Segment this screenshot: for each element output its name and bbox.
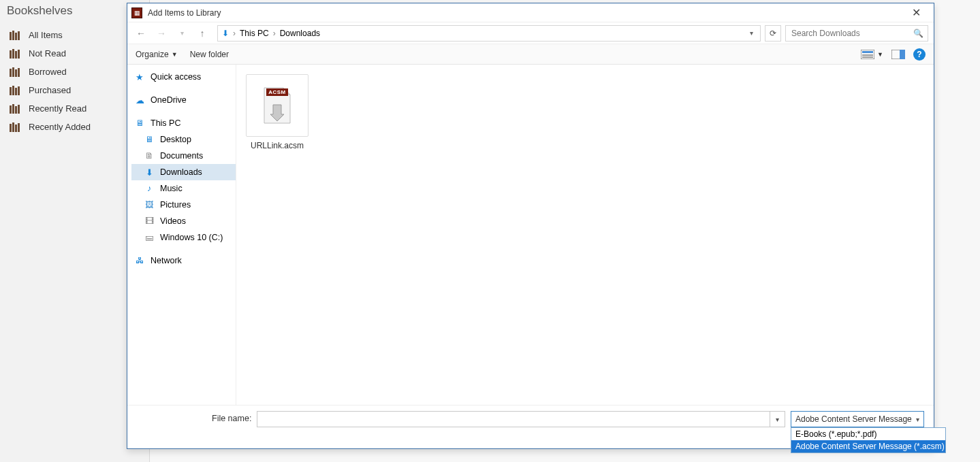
navpane-this-pc[interactable]: 🖥 This PC	[131, 115, 236, 131]
toolbar: Organize ▼ New folder ▼ ?	[127, 44, 934, 65]
navpane-label: Videos	[160, 216, 186, 226]
breadcrumb-dropdown-icon[interactable]: ▾	[747, 29, 756, 37]
filename-label: File name:	[212, 411, 251, 423]
svg-rect-0	[10, 32, 12, 40]
forward-button[interactable]: →	[153, 25, 170, 42]
navpane-label: This PC	[151, 118, 180, 128]
svg-rect-18	[15, 106, 17, 114]
document-icon: 🗎	[144, 150, 155, 161]
navpane-downloads[interactable]: ⬇ Downloads	[131, 164, 236, 180]
navpane-network[interactable]: 🖧 Network	[131, 252, 236, 269]
chevron-right-icon: ›	[273, 29, 276, 38]
navpane-label: Windows 10 (C:)	[160, 233, 223, 242]
svg-rect-17	[12, 104, 14, 114]
books-icon	[10, 104, 22, 114]
file-type-option[interactable]: Adobe Content Server Message (*.acsm)	[791, 440, 945, 452]
navpane-onedrive[interactable]: ☁ OneDrive	[131, 92, 236, 108]
filename-dropdown-icon[interactable]: ▾	[770, 411, 785, 427]
file-type-filter[interactable]: Adobe Content Server Message ▾	[791, 411, 924, 427]
drive-icon: 🖴	[144, 232, 155, 243]
navpane-drive[interactable]: 🖴 Windows 10 (C:)	[131, 229, 236, 246]
help-button[interactable]: ?	[913, 48, 926, 61]
star-icon: ★	[134, 71, 145, 82]
up-button[interactable]: ↑	[194, 25, 210, 42]
dialog-footer: File name: ▾ Adobe Content Server Messag…	[127, 405, 934, 448]
file-type-filter-wrap: Adobe Content Server Message ▾ E-Books (…	[791, 411, 924, 427]
svg-rect-16	[10, 105, 12, 114]
video-icon: 🎞	[144, 216, 155, 227]
back-button[interactable]: ←	[133, 25, 149, 42]
breadcrumb-item[interactable]: Downloads	[280, 29, 320, 38]
shelf-label: Purchased	[29, 85, 71, 95]
chevron-down-icon: ▼	[172, 51, 178, 58]
breadcrumb-item[interactable]: This PC	[240, 29, 269, 38]
search-icon: 🔍	[913, 29, 923, 38]
network-icon: 🖧	[134, 255, 145, 266]
svg-rect-22	[15, 125, 17, 132]
organize-button[interactable]: Organize ▼	[136, 50, 178, 59]
navpane-desktop[interactable]: 🖥 Desktop	[131, 131, 236, 148]
recent-dropdown-icon[interactable]: ▾	[174, 25, 190, 42]
chevron-down-icon: ▾	[916, 416, 919, 423]
filename-input[interactable]	[257, 414, 770, 424]
svg-rect-15	[18, 86, 20, 95]
navpane-label: Quick access	[151, 72, 201, 82]
books-icon	[10, 122, 22, 132]
close-button[interactable]: ✕	[902, 6, 930, 19]
svg-rect-2	[15, 33, 17, 40]
navpane-pictures[interactable]: 🖼 Pictures	[131, 197, 236, 213]
navpane-label: Pictures	[160, 200, 191, 210]
svg-rect-1	[12, 31, 14, 40]
svg-rect-14	[15, 88, 17, 95]
titlebar: ▦ Add Items to Library ✕	[127, 3, 934, 22]
navpane-videos[interactable]: 🎞 Videos	[131, 213, 236, 229]
shelf-label: All Items	[29, 30, 63, 40]
navpane-documents[interactable]: 🗎 Documents	[131, 148, 236, 164]
nav-row: ← → ▾ ↑ ⬇ › This PC › Downloads ▾ ⟳ 🔍	[127, 22, 934, 44]
shelf-label: Not Read	[29, 48, 66, 59]
cloud-icon: ☁	[134, 95, 145, 105]
new-folder-button[interactable]: New folder	[190, 50, 229, 59]
svg-rect-10	[15, 69, 17, 77]
navpane-quick-access[interactable]: ★ Quick access	[131, 69, 236, 85]
svg-rect-11	[18, 68, 20, 77]
desktop-icon: 🖥	[144, 134, 155, 145]
books-icon	[10, 49, 22, 59]
svg-rect-9	[12, 67, 14, 77]
filename-field-wrapper: ▾	[257, 411, 785, 427]
svg-rect-3	[18, 31, 20, 40]
view-button[interactable]: ▼	[861, 50, 883, 59]
file-type-option[interactable]: E-Books (*.epub;*.pdf)	[791, 428, 945, 440]
file-type-selected: Adobe Content Server Message	[795, 414, 912, 424]
search-input[interactable]	[790, 28, 909, 39]
preview-pane-button[interactable]	[891, 50, 905, 59]
view-icon	[861, 50, 874, 59]
search-box[interactable]: 🔍	[785, 25, 928, 42]
books-icon	[10, 31, 22, 40]
navpane-music[interactable]: ♪ Music	[131, 180, 236, 197]
navpane-label: Desktop	[160, 135, 191, 144]
breadcrumb-bar[interactable]: ⬇ › This PC › Downloads ▾	[217, 25, 761, 42]
svg-rect-25	[862, 51, 873, 53]
file-pane[interactable]: ACSM URLLink.acsm	[236, 65, 934, 405]
file-name: URLLink.acsm	[246, 141, 309, 150]
dialog-title: Add Items to Library	[148, 8, 221, 18]
refresh-button[interactable]: ⟳	[765, 25, 781, 42]
navpane-label: OneDrive	[151, 95, 187, 105]
svg-rect-12	[10, 87, 12, 95]
svg-rect-21	[12, 122, 14, 132]
file-tile[interactable]: ACSM URLLink.acsm	[246, 74, 309, 150]
svg-rect-13	[12, 86, 14, 95]
navpane-label: Network	[151, 256, 182, 265]
nav-pane: ★ Quick access ☁ OneDrive 🖥 This PC 🖥 De…	[127, 65, 236, 405]
navpane-label: Downloads	[160, 167, 202, 177]
svg-rect-7	[18, 50, 20, 59]
books-icon	[10, 67, 22, 77]
shelf-label: Recently Added	[29, 122, 91, 132]
dialog-body: ★ Quick access ☁ OneDrive 🖥 This PC 🖥 De…	[127, 65, 934, 405]
svg-rect-8	[10, 69, 12, 77]
svg-rect-4	[10, 50, 12, 59]
svg-rect-27	[862, 56, 873, 58]
music-icon: ♪	[144, 183, 155, 194]
preview-pane-icon	[891, 50, 905, 59]
